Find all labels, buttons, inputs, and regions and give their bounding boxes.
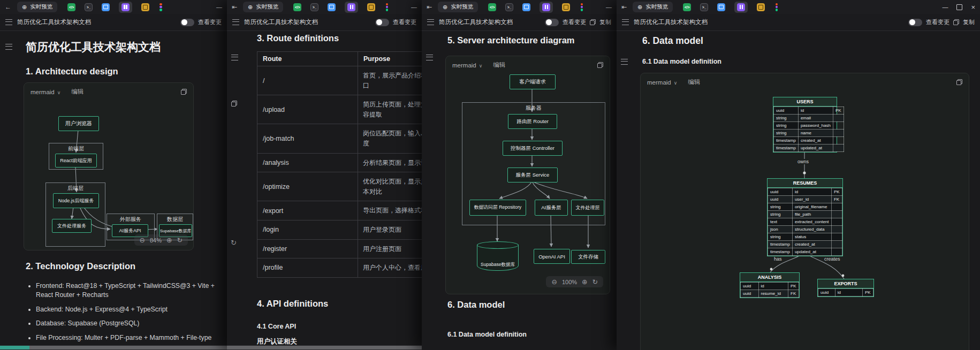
figma-icon[interactable] (579, 3, 584, 11)
reset-view-icon[interactable]: ↻ (177, 236, 183, 244)
mermaid-language-dropdown[interactable]: mermaid∨ (452, 62, 482, 69)
scrollbar-thumb[interactable] (227, 346, 422, 349)
figma-icon[interactable] (158, 3, 163, 11)
terminal-icon[interactable]: >_ (505, 3, 513, 11)
toc-icon[interactable] (5, 19, 12, 25)
mermaid-block-datamodel: mermaid∨ 编辑 owns has creates (640, 73, 969, 350)
edit-button[interactable]: 编辑 (71, 88, 83, 96)
view-changes-toggle[interactable] (545, 19, 559, 26)
edit-button[interactable]: 编辑 (688, 78, 700, 86)
view-changes-toggle[interactable] (375, 19, 389, 26)
figma-icon[interactable] (384, 3, 389, 11)
er-cell: updated_at (798, 144, 833, 152)
er-row: uuididPK (741, 283, 799, 290)
copy-label[interactable]: 复制 (599, 18, 611, 26)
er-table-analysis: ANALYSIS uuididPKuuidresume_idFK (740, 272, 800, 298)
view-changes-toggle[interactable] (180, 19, 194, 26)
preview-window-icon[interactable] (522, 3, 530, 11)
minimize-button[interactable]: — (411, 4, 417, 10)
live-preview-tab[interactable]: ⊕ 实时预览 (438, 2, 478, 12)
er-cell: string (774, 130, 799, 137)
active-tool-highlight (734, 2, 748, 13)
er-cell (831, 233, 842, 241)
code-icon[interactable]: </> (488, 3, 496, 11)
view-changes-label: 查看变更 (198, 18, 222, 26)
scrollbar-thumb[interactable] (29, 346, 227, 349)
outline-icon[interactable] (231, 55, 238, 60)
mermaid-language-dropdown[interactable]: mermaid∨ (647, 79, 677, 86)
minimize-button[interactable]: — (942, 4, 948, 10)
copy-doc-icon[interactable] (953, 19, 959, 25)
er-table-title: ANALYSIS (740, 273, 799, 282)
er-table-title: EXPORTS (818, 279, 873, 288)
package-icon[interactable] (757, 3, 765, 11)
copy-section-icon[interactable] (231, 101, 237, 106)
er-row: stringemail (774, 115, 844, 122)
outline-icon[interactable] (5, 44, 12, 50)
package-icon[interactable] (562, 3, 570, 11)
er-cell: updated_at (792, 248, 831, 256)
back-icon[interactable]: ← (5, 4, 11, 10)
collapse-left-icon[interactable]: ⇤ (621, 4, 627, 10)
live-preview-tab[interactable]: ⊕ 实时预览 (17, 2, 57, 12)
code-icon[interactable]: </> (67, 3, 75, 11)
zoom-out-icon[interactable]: ⊖ (551, 278, 557, 286)
reset-view-icon[interactable]: ↻ (592, 278, 598, 286)
purpose-cell: 首页，展示产品介绍和快速开始入口 (358, 66, 422, 95)
copy-block-icon[interactable] (956, 79, 962, 85)
preview-window-icon[interactable] (717, 3, 725, 11)
minimize-button[interactable]: — (216, 4, 222, 10)
relation-creates-label: creates (823, 256, 842, 262)
preview-window-icon[interactable] (328, 3, 336, 11)
section-6-heading: 6. Data model (447, 300, 505, 310)
terminal-icon[interactable]: >_ (85, 3, 93, 11)
terminal-icon[interactable]: >_ (700, 3, 708, 11)
copy-block-icon[interactable] (597, 62, 603, 68)
live-preview-tab[interactable]: ⊕ 实时预览 (633, 2, 673, 12)
package-icon[interactable] (367, 3, 375, 11)
table-row: /login用户登录页面 (257, 220, 422, 239)
layout-columns-icon[interactable] (737, 3, 745, 11)
horizontal-scrollbar[interactable] (0, 345, 227, 350)
table-row: /optimize优化对比页面，显示原版和优化版本对比 (257, 172, 422, 201)
zoom-in-icon[interactable]: ⊕ (166, 236, 172, 244)
terminal-icon[interactable]: >_ (310, 3, 318, 11)
toc-icon[interactable] (232, 19, 239, 25)
preview-window-icon[interactable] (102, 3, 110, 11)
route-table-header: Route Purpose (257, 52, 422, 66)
close-button[interactable]: × (971, 3, 975, 11)
node-react: React前端应用 (55, 154, 97, 168)
package-icon[interactable] (141, 3, 149, 11)
figma-icon[interactable] (774, 3, 779, 11)
er-cell: uuid (741, 283, 759, 290)
refresh-icon[interactable]: ↻ (231, 239, 237, 247)
outline-icon[interactable] (426, 55, 433, 60)
minimize-button[interactable]: — (606, 4, 612, 10)
toc-icon[interactable] (622, 19, 629, 25)
collapse-left-icon[interactable]: ⇤ (232, 4, 237, 10)
outline-icon[interactable] (621, 59, 628, 65)
maximize-button[interactable] (956, 4, 962, 10)
copy-doc-icon[interactable] (590, 19, 596, 25)
er-cell: created_at (792, 241, 831, 248)
zoom-in-icon[interactable]: ⊕ (582, 278, 587, 286)
edit-button[interactable]: 编辑 (493, 61, 505, 69)
horizontal-scrollbar[interactable] (227, 345, 422, 350)
copy-block-icon[interactable] (181, 89, 187, 95)
code-icon[interactable]: </> (683, 3, 691, 11)
code-icon[interactable]: </> (293, 3, 301, 11)
layout-columns-icon[interactable] (347, 3, 355, 11)
copy-label[interactable]: 复制 (963, 18, 975, 26)
er-table-title: USERS (773, 97, 837, 106)
live-preview-icon: ⊕ (637, 4, 642, 10)
diagram-zoom-controls: ⊖ 84% ⊕ ↻ (134, 234, 188, 246)
node-supabase-db: Supabase数据库 (477, 245, 519, 271)
layout-columns-icon[interactable] (121, 3, 130, 11)
collapse-left-icon[interactable]: ⇤ (427, 4, 432, 10)
view-changes-toggle[interactable] (908, 19, 922, 26)
layout-columns-icon[interactable] (542, 3, 550, 11)
zoom-out-icon[interactable]: ⊖ (140, 236, 145, 244)
mermaid-language-dropdown[interactable]: mermaid∨ (31, 89, 60, 95)
toc-icon[interactable] (427, 19, 434, 25)
live-preview-tab[interactable]: ⊕ 实时预览 (243, 2, 283, 12)
